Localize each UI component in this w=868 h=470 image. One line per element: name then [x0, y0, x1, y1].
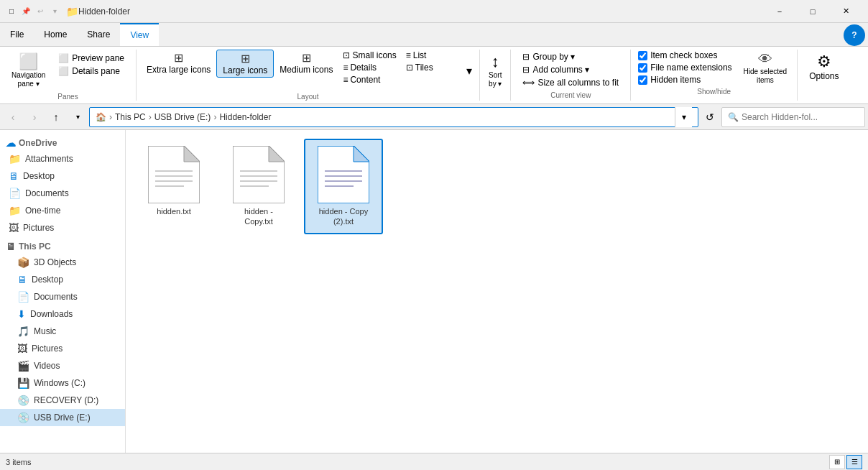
forward-button[interactable]: ›	[24, 107, 45, 127]
list-view-button[interactable]: ☰	[846, 455, 862, 469]
maximize-button[interactable]: □	[796, 0, 829, 23]
layout-right: ⊡ Small icons ≡ List ≡ Details ⊡ Tiles	[338, 50, 463, 86]
downloads-label: Downloads	[30, 309, 73, 319]
file-name-ext-toggle[interactable]: File name extensions	[637, 62, 733, 73]
sidebar-item-recovery-d[interactable]: 💿 RECOVERY (D:)	[0, 392, 125, 409]
help-button[interactable]: ?	[844, 24, 865, 46]
options-button[interactable]: ⚙ Options	[803, 50, 844, 84]
onedrive-item[interactable]: ☁ OneDrive	[0, 133, 125, 150]
file-item-hidden-copy-txt[interactable]: hidden -Copy.txt	[219, 139, 298, 234]
sidebar-item-pictures[interactable]: 🖼 Pictures	[0, 340, 125, 357]
small-icons-button[interactable]: ⊡ Small icons	[338, 50, 400, 61]
large-icon: ⊞	[241, 52, 250, 65]
downloads-icon: ⬇	[17, 308, 26, 320]
svg-marker-7	[269, 146, 285, 162]
hide-selected-button[interactable]: 👁 Hide selecteditems	[739, 50, 792, 86]
sidebar-item-music[interactable]: 🎵 Music	[0, 323, 125, 340]
current-view-group-label: Current view	[550, 91, 591, 99]
file-area: hidden.txt hidden -Copy.txt	[126, 130, 868, 453]
ribbon-group-show-hide: Item check boxes File name extensions Hi…	[631, 50, 798, 101]
path-dropdown-button[interactable]: ▾	[675, 107, 692, 127]
details-button[interactable]: ≡ Details	[338, 62, 400, 73]
tab-view[interactable]: View	[120, 23, 159, 46]
desktop-icon: 🖥	[17, 274, 27, 285]
file-icon-hidden-copy-txt	[230, 146, 287, 203]
path-hidden-folder[interactable]: Hidden-folder	[219, 112, 271, 122]
sidebar-item-documents[interactable]: 📄 Documents	[0, 288, 125, 305]
sidebar-item-attachments[interactable]: 📁 Attachments	[0, 150, 125, 167]
item-checkboxes-input[interactable]	[638, 51, 647, 60]
extra-large-icons-button[interactable]: ⊞ Extra large icons	[142, 50, 215, 76]
size-columns-label: Size all columns to fit	[537, 78, 619, 88]
ribbon-content: ⬜ Navigationpane ▾ ⬜ Preview pane ⬜ Deta…	[0, 47, 868, 104]
sidebar-item-3d-objects[interactable]: 📦 3D Objects	[0, 254, 125, 271]
recent-locations-button[interactable]: ▾	[68, 107, 88, 127]
extra-large-label: Extra large icons	[147, 65, 211, 75]
details-pane-label: Details pane	[72, 66, 120, 76]
tab-file[interactable]: File	[0, 23, 34, 46]
layout-expand-button[interactable]: ▾	[465, 63, 474, 79]
close-button[interactable]: ✕	[829, 0, 862, 23]
search-icon: 🔍	[728, 112, 739, 122]
pictures-qa-label: Pictures	[23, 223, 54, 233]
file-icon-hidden-copy2-txt	[315, 146, 372, 203]
tiles-button[interactable]: ⊡ Tiles	[402, 62, 463, 73]
dropdown-icon: ▾	[49, 6, 60, 17]
sidebar-item-onetime[interactable]: 📁 One-time	[0, 202, 125, 219]
sidebar-item-desktop-qa[interactable]: 🖥 Desktop	[0, 167, 125, 185]
title-icons: □ 📌 ↩ ▾	[6, 6, 60, 17]
group-by-button[interactable]: ⊟ Group by ▾	[520, 51, 622, 63]
tab-share[interactable]: Share	[77, 23, 120, 46]
this-pc-icon: 🖥	[6, 241, 16, 252]
status-bar: 3 items ⊞ ☰	[0, 453, 868, 470]
sidebar-item-documents-qa[interactable]: 📄 Documents	[0, 185, 125, 202]
back-button[interactable]: ‹	[3, 107, 23, 127]
size-columns-icon: ⟺	[522, 78, 535, 88]
hidden-items-label: Hidden items	[650, 75, 701, 85]
sidebar-item-windows-c[interactable]: 💾 Windows (C:)	[0, 374, 125, 392]
file-item-hidden-copy2-txt[interactable]: hidden - Copy(2).txt	[304, 139, 383, 234]
hidden-items-toggle[interactable]: Hidden items	[637, 74, 733, 86]
medium-icons-button[interactable]: ⊞ Medium icons	[275, 50, 337, 76]
options-icon: ⚙	[817, 52, 831, 71]
refresh-button[interactable]: ↺	[700, 107, 720, 127]
sidebar-item-videos[interactable]: 🎬 Videos	[0, 357, 125, 374]
add-columns-icon: ⊟	[522, 65, 530, 75]
3d-objects-label: 3D Objects	[34, 257, 76, 267]
window-title: Hidden-folder	[78, 6, 763, 17]
file-item-hidden-txt[interactable]: hidden.txt	[134, 139, 213, 234]
usb-e-label: USB Drive (E:)	[34, 413, 91, 423]
add-columns-button[interactable]: ⊟ Add columns ▾	[520, 64, 622, 75]
path-this-pc[interactable]: This PC	[115, 112, 146, 122]
ribbon-group-layout: ⊞ Extra large icons ⊞ Large icons ⊞ Medi…	[137, 50, 480, 101]
sort-button[interactable]: ↕ Sortby ▾	[483, 50, 507, 91]
preview-pane-button[interactable]: ⬜ Preview pane	[55, 52, 127, 64]
list-button[interactable]: ≡ List	[402, 50, 463, 61]
sidebar-item-downloads[interactable]: ⬇ Downloads	[0, 305, 125, 323]
this-pc-header[interactable]: 🖥 This PC	[0, 236, 125, 254]
grid-view-button[interactable]: ⊞	[829, 455, 845, 469]
pictures-qa-icon: 🖼	[9, 222, 19, 234]
path-usb[interactable]: USB Drive (E:)	[154, 112, 211, 122]
onetime-icon: 📁	[9, 205, 21, 216]
hidden-items-input[interactable]	[638, 75, 647, 85]
tab-home[interactable]: Home	[34, 23, 77, 46]
up-button[interactable]: ↑	[46, 107, 66, 127]
sidebar-item-desktop[interactable]: 🖥 Desktop	[0, 271, 125, 288]
item-count: 3 items	[6, 458, 829, 466]
size-columns-button[interactable]: ⟺ Size all columns to fit	[520, 77, 622, 88]
sidebar-item-usb-e[interactable]: 💿 USB Drive (E:)	[0, 409, 125, 426]
nav-pane-button[interactable]: ⬜ Navigationpane ▾	[6, 50, 51, 91]
desktop-label: Desktop	[32, 275, 63, 285]
address-bar: ‹ › ↑ ▾ 🏠 › This PC › USB Drive (E:) › H…	[0, 104, 868, 130]
preview-pane-icon: ⬜	[58, 53, 69, 63]
large-icons-button[interactable]: ⊞ Large icons	[216, 50, 274, 78]
sidebar-item-pictures-qa[interactable]: 🖼 Pictures	[0, 219, 125, 236]
content-button[interactable]: ≡ Content	[338, 74, 400, 86]
file-name-ext-input[interactable]	[638, 63, 647, 73]
details-pane-button[interactable]: ⬜ Details pane	[55, 65, 127, 77]
minimize-button[interactable]: −	[763, 0, 796, 23]
music-label: Music	[34, 326, 56, 336]
item-checkboxes-toggle[interactable]: Item check boxes	[637, 50, 733, 61]
search-input[interactable]	[742, 112, 859, 122]
